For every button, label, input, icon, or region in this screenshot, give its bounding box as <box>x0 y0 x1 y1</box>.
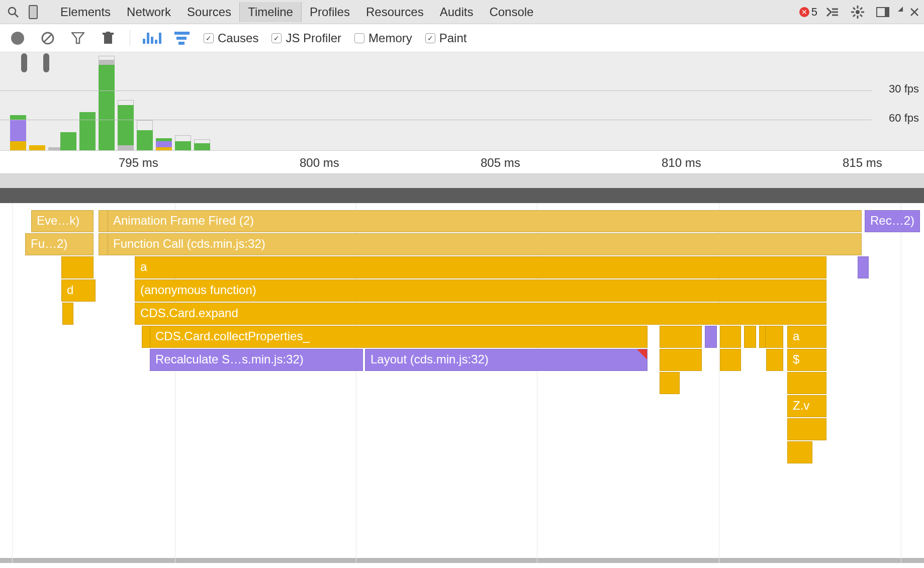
flame-event[interactable]: Function Call (cds.min.js:32) <box>108 233 862 255</box>
error-icon: ✕ <box>799 7 809 17</box>
checkbox-icon <box>354 33 364 43</box>
flame-event[interactable] <box>720 326 741 348</box>
flame-chart[interactable]: Eve…k)Animation Frame Fired (2)Rec…2)Fu…… <box>0 203 924 563</box>
flame-event[interactable] <box>660 372 680 394</box>
search-icon[interactable] <box>3 2 23 22</box>
warning-icon <box>637 349 647 359</box>
checkbox-js-profiler[interactable]: JS Profiler <box>271 31 341 45</box>
frames-strip <box>0 188 924 203</box>
device-icon[interactable] <box>23 2 43 22</box>
overview-handle-left[interactable] <box>21 53 27 72</box>
tab-network[interactable]: Network <box>119 2 179 22</box>
svg-point-0 <box>9 8 16 15</box>
settings-gear-icon[interactable] <box>848 2 868 22</box>
network-strip <box>0 174 924 188</box>
checkbox-memory[interactable]: Memory <box>354 31 412 45</box>
gridline <box>12 203 13 563</box>
tab-elements[interactable]: Elements <box>52 2 119 22</box>
flame-event[interactable]: (anonymous function) <box>135 279 826 302</box>
panel-tabs: ElementsNetworkSourcesTimelineProfilesRe… <box>52 2 541 22</box>
overview-handle-right[interactable] <box>43 53 49 72</box>
svg-line-12 <box>860 15 862 17</box>
checkbox-icon <box>204 33 214 43</box>
flame-event[interactable]: $ <box>787 349 826 371</box>
tab-audits[interactable]: Audits <box>432 2 482 22</box>
tab-timeline[interactable]: Timeline <box>239 2 302 22</box>
flame-event[interactable] <box>720 349 741 371</box>
error-count-value: 5 <box>811 6 817 19</box>
svg-line-11 <box>853 8 855 10</box>
devtools-tabbar: ElementsNetworkSourcesTimelineProfilesRe… <box>0 0 924 24</box>
ruler-tick: 795 ms <box>121 156 160 174</box>
flame-event[interactable] <box>744 326 756 348</box>
time-ruler[interactable]: 795 ms800 ms805 ms810 ms815 ms <box>0 151 924 174</box>
flame-event[interactable]: CDS.Card.collectProperties_ <box>150 326 648 348</box>
flame-event[interactable]: Fu…2) <box>25 233 94 255</box>
checkbox-paint[interactable]: Paint <box>425 31 467 45</box>
svg-point-6 <box>856 10 860 14</box>
fps-60-label: 60 fps <box>889 112 919 125</box>
svg-line-21 <box>44 34 52 42</box>
drawer-toggle-icon[interactable] <box>822 2 843 22</box>
flame-event[interactable] <box>787 441 812 463</box>
flame-event[interactable]: CDS.Card.expand <box>135 303 826 325</box>
checkbox-causes[interactable]: Causes <box>204 31 258 45</box>
svg-marker-17 <box>898 7 903 12</box>
ruler-tick: 810 ms <box>664 156 703 174</box>
flame-event[interactable] <box>787 372 826 394</box>
flame-event[interactable]: Animation Frame Fired (2) <box>108 210 862 232</box>
flame-event[interactable]: Rec…2) <box>865 210 920 232</box>
filter-icon[interactable] <box>69 30 86 47</box>
flame-event[interactable]: Eve…k) <box>31 210 94 232</box>
flame-event[interactable]: d <box>61 279 96 302</box>
flame-event[interactable] <box>765 326 783 348</box>
flame-event[interactable] <box>766 349 783 371</box>
checkbox-icon <box>271 33 282 43</box>
tab-console[interactable]: Console <box>481 2 541 22</box>
flamechart-view-icon[interactable] <box>173 30 191 47</box>
close-icon[interactable] <box>908 2 921 22</box>
checkbox-icon <box>425 33 435 43</box>
tab-resources[interactable]: Resources <box>358 2 432 22</box>
flame-event[interactable] <box>660 349 702 371</box>
flame-event[interactable] <box>62 303 73 325</box>
flame-event[interactable] <box>61 256 94 278</box>
svg-rect-16 <box>885 8 889 17</box>
ruler-tick: 815 ms <box>845 156 884 174</box>
checkbox-label: Paint <box>439 31 467 45</box>
checkbox-label: JS Profiler <box>286 31 341 45</box>
ruler-tick: 800 ms <box>302 156 341 174</box>
flame-event[interactable]: Layout (cds.min.js:32) <box>365 349 648 371</box>
garbage-collect-icon[interactable] <box>100 30 117 47</box>
clear-icon[interactable] <box>39 30 56 47</box>
dock-side-icon[interactable] <box>873 2 893 22</box>
svg-rect-2 <box>29 6 37 19</box>
tab-profiles[interactable]: Profiles <box>302 2 358 22</box>
flame-event[interactable] <box>858 256 869 278</box>
fps-30-label: 30 fps <box>889 82 919 96</box>
barchart-view-icon[interactable] <box>143 30 160 47</box>
ruler-tick: 805 ms <box>483 156 522 174</box>
flame-event[interactable] <box>787 418 826 440</box>
svg-line-1 <box>15 14 18 17</box>
svg-line-14 <box>853 15 855 17</box>
separator <box>130 30 130 46</box>
horizontal-scrollbar[interactable] <box>0 558 924 563</box>
svg-rect-25 <box>106 32 110 33</box>
tab-sources[interactable]: Sources <box>179 2 239 22</box>
flame-event[interactable] <box>705 326 717 348</box>
record-button[interactable] <box>9 30 26 47</box>
checkbox-label: Memory <box>368 31 412 45</box>
gridline <box>901 203 901 563</box>
flame-event[interactable]: Z.v <box>787 395 826 417</box>
overview-pane[interactable]: 30 fps 60 fps <box>0 52 924 151</box>
flame-event[interactable]: a <box>787 326 826 348</box>
flame-event[interactable]: a <box>135 256 826 278</box>
checkbox-label: Causes <box>218 31 258 45</box>
error-count[interactable]: ✕ 5 <box>799 6 817 19</box>
svg-rect-23 <box>104 35 112 44</box>
flame-event[interactable] <box>660 326 702 348</box>
svg-line-13 <box>860 8 862 10</box>
timeline-toolbar: CausesJS ProfilerMemoryPaint <box>0 24 924 52</box>
flame-event[interactable]: Recalculate S…s.min.js:32) <box>150 349 363 371</box>
